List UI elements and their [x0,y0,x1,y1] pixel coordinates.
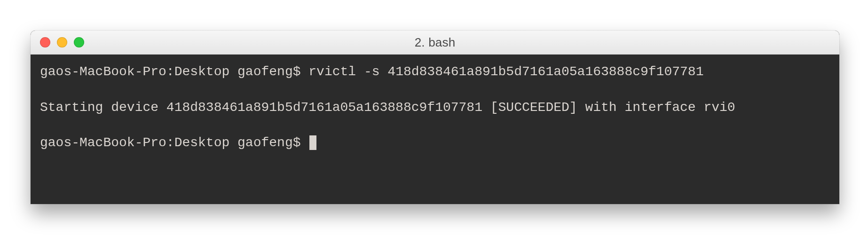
minimize-button[interactable] [57,37,67,47]
terminal-line: gaos-MacBook-Pro:Desktop gaofeng$ rvictl… [40,63,830,81]
shell-prompt: gaos-MacBook-Pro:Desktop gaofeng$ [40,64,308,79]
terminal-blank-line [40,81,830,99]
terminal-window: 2. bash gaos-MacBook-Pro:Desktop gaofeng… [31,31,839,204]
close-button[interactable] [40,37,50,47]
terminal-body[interactable]: gaos-MacBook-Pro:Desktop gaofeng$ rvictl… [31,55,839,204]
shell-command: rvictl -s 418d838461a891b5d7161a05a16388… [308,64,703,79]
window-controls [40,37,84,47]
window-title: 2. bash [31,35,839,50]
terminal-line: gaos-MacBook-Pro:Desktop gaofeng$ [40,134,830,152]
cursor-icon [309,135,316,150]
shell-prompt: gaos-MacBook-Pro:Desktop gaofeng$ [40,135,308,150]
window-titlebar[interactable]: 2. bash [31,31,839,55]
zoom-button[interactable] [74,37,84,47]
terminal-blank-line [40,116,830,134]
terminal-output-line: Starting device 418d838461a891b5d7161a05… [40,99,830,117]
